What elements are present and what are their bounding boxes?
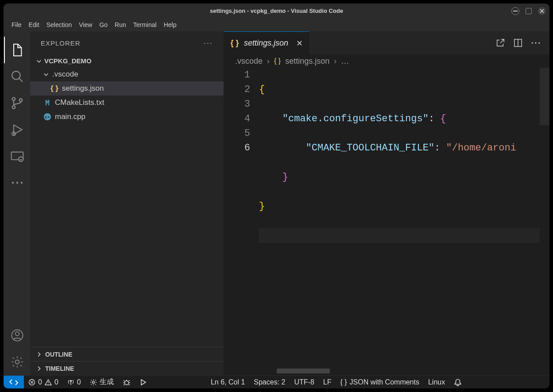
cpp-icon: C+ (43, 113, 52, 121)
tree-file-main-cpp[interactable]: C+ main.cpp (30, 110, 224, 124)
code-content[interactable]: { "cmake.configureSettings": { "CMAKE_TO… (259, 68, 549, 375)
braces-icon: { } (340, 378, 347, 386)
menu-help[interactable]: Help (160, 19, 180, 30)
sidebar: EXPLORER ··· VCPKG_DEMO .vscode { } sett… (30, 31, 224, 375)
chevron-right-icon: › (334, 57, 336, 66)
svg-rect-0 (513, 11, 518, 12)
bell-icon (454, 378, 462, 386)
minimap-slider[interactable] (540, 68, 549, 125)
svg-point-10 (21, 182, 23, 184)
sidebar-root[interactable]: VCPKG_DEMO (30, 54, 224, 67)
activity-run-debug[interactable] (4, 116, 31, 143)
status-encoding[interactable]: UTF-8 (290, 378, 318, 386)
status-eol[interactable]: LF (319, 378, 336, 386)
breadcrumb[interactable]: .vscode › { } settings.json › … (224, 54, 549, 68)
remote-explorer-icon (10, 149, 24, 163)
svg-point-9 (16, 182, 18, 184)
svg-point-19 (535, 42, 536, 43)
code-token: "CMAKE_TOOLCHAIN_FILE" (306, 142, 434, 154)
sidebar-timeline[interactable]: TIMELINE (30, 361, 224, 375)
remote-icon (9, 379, 18, 386)
titlebar: settings.json - vcpkg_demo - Visual Stud… (4, 4, 549, 18)
svg-text:C+: C+ (45, 115, 50, 119)
split-editor-icon[interactable] (513, 38, 523, 48)
ellipsis-icon (11, 181, 23, 184)
error-icon (28, 379, 35, 386)
chevron-down-icon (43, 71, 50, 77)
sidebar-more-icon[interactable]: ··· (204, 38, 213, 48)
status-language[interactable]: { } JSON with Comments (336, 378, 424, 386)
line-gutter: 1 2 3 4 5 6 (224, 68, 259, 375)
window-maximize-button[interactable] (526, 8, 532, 14)
files-icon (10, 43, 24, 57)
activity-remote[interactable] (4, 143, 31, 169)
tab-bar: { } settings.json ✕ (224, 31, 549, 54)
status-build[interactable]: 生成 (85, 377, 118, 387)
open-changes-icon[interactable] (495, 38, 505, 48)
sidebar-root-label: VCPKG_DEMO (44, 57, 92, 65)
status-notifications[interactable] (449, 378, 466, 386)
editor-group: { } settings.json ✕ .vscode › { } settin… (224, 31, 549, 375)
code-token: { (259, 84, 265, 95)
svg-point-8 (12, 182, 14, 184)
menubar: File Edit Selection View Go Run Terminal… (4, 18, 549, 31)
chevron-right-icon (35, 365, 43, 372)
file-label: main.cpp (55, 112, 85, 121)
breadcrumb-seg[interactable]: .vscode (235, 57, 263, 66)
activity-explorer[interactable] (4, 37, 31, 63)
cmake-icon: M (43, 99, 52, 107)
status-os[interactable]: Linux (424, 378, 449, 386)
menu-selection[interactable]: Selection (43, 19, 76, 30)
file-label: CMakeLists.txt (55, 98, 104, 107)
activity-account[interactable] (4, 322, 31, 349)
remote-button[interactable] (4, 376, 24, 389)
activity-settings[interactable] (4, 349, 31, 375)
code-token: } (259, 201, 265, 212)
gear-icon (90, 379, 97, 386)
window-close-button[interactable] (538, 7, 546, 15)
code-token: : (434, 142, 446, 154)
more-actions-icon[interactable] (531, 41, 541, 45)
folder-label: .vscode (52, 70, 78, 79)
file-label: settings.json (62, 84, 104, 93)
tree-file-cmakelists[interactable]: M CMakeLists.txt (30, 96, 224, 110)
svg-point-20 (538, 42, 540, 43)
search-icon (10, 69, 24, 84)
window-minimize-button[interactable] (511, 7, 519, 15)
activity-bar (4, 31, 30, 375)
menu-go[interactable]: Go (96, 19, 111, 30)
menu-view[interactable]: View (75, 19, 96, 30)
status-ports[interactable]: 0 (63, 378, 85, 386)
svg-point-24 (124, 380, 128, 384)
sidebar-outline[interactable]: OUTLINE (30, 347, 224, 361)
antenna-icon (67, 379, 74, 386)
svg-point-1 (12, 71, 20, 80)
tree-folder-vscode[interactable]: .vscode (30, 67, 224, 81)
status-problems[interactable]: 0 0 (24, 378, 63, 386)
chevron-right-icon (35, 351, 43, 357)
breadcrumb-seg[interactable]: settings.json (285, 57, 329, 66)
svg-point-2 (12, 97, 15, 100)
bug-icon (123, 378, 131, 386)
menu-terminal[interactable]: Terminal (130, 19, 160, 30)
tab-close-button[interactable]: ✕ (296, 38, 303, 48)
editor[interactable]: 1 2 3 4 5 6 { "cmake.configureSettings":… (224, 68, 549, 375)
tree-file-settings[interactable]: { } settings.json (30, 81, 224, 96)
timeline-label: TIMELINE (45, 365, 74, 372)
minimap[interactable] (540, 68, 549, 375)
svg-point-3 (12, 106, 15, 109)
svg-point-12 (15, 332, 19, 336)
menu-file[interactable]: File (8, 19, 25, 30)
horizontal-scrollbar[interactable] (277, 369, 330, 373)
status-debug-target[interactable] (118, 378, 135, 386)
tab-settings-json[interactable]: { } settings.json ✕ (224, 31, 309, 54)
breadcrumb-seg[interactable]: … (341, 57, 349, 66)
menu-edit[interactable]: Edit (25, 19, 43, 30)
menu-run[interactable]: Run (111, 19, 130, 30)
status-indent[interactable]: Spaces: 2 (249, 378, 290, 386)
status-cursor[interactable]: Ln 6, Col 1 (206, 378, 249, 386)
activity-source-control[interactable] (4, 90, 31, 116)
activity-search[interactable] (4, 63, 31, 90)
activity-more[interactable] (4, 169, 31, 196)
status-run[interactable] (135, 379, 151, 386)
